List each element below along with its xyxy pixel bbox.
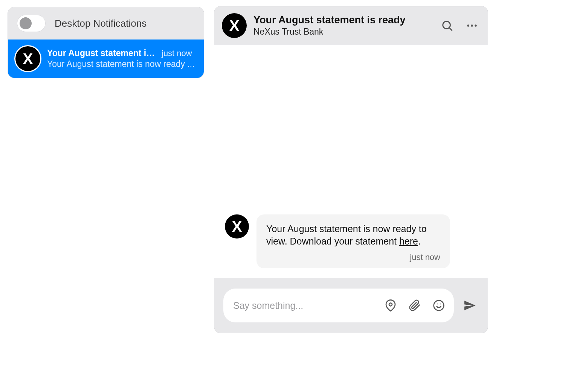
composer: [214, 278, 488, 333]
chat-header-text: Your August statement is ready NeXus Tru…: [253, 14, 432, 37]
conversation-preview: Your August statement is now ready ...: [47, 59, 196, 69]
more-horizontal-icon: [466, 19, 478, 32]
avatar-letter: X: [232, 219, 242, 234]
avatar-letter: X: [229, 18, 240, 33]
attach-button[interactable]: [406, 297, 423, 314]
message-text-suffix: .: [418, 236, 421, 246]
smile-icon: [433, 299, 445, 311]
message-time: just now: [266, 252, 440, 262]
conversations-panel: Desktop Notifications X Your August stat…: [8, 7, 204, 78]
svg-point-2: [467, 24, 469, 27]
svg-point-3: [471, 24, 473, 27]
location-pin-icon: [385, 299, 397, 311]
conversation-item[interactable]: X Your August statement is r... just now…: [8, 40, 204, 78]
chat-panel: X Your August statement is ready NeXus T…: [214, 6, 488, 333]
svg-point-0: [443, 21, 450, 29]
svg-point-4: [475, 24, 477, 27]
location-button[interactable]: [382, 297, 399, 314]
send-icon: [463, 299, 476, 312]
svg-point-5: [389, 303, 392, 306]
composer-icons: [382, 297, 447, 314]
message-input[interactable]: [233, 300, 377, 311]
search-button[interactable]: [439, 17, 455, 34]
chat-header-actions: [439, 17, 480, 34]
message-text: Your August statement is now ready to vi…: [266, 223, 440, 248]
conversation-title-row: Your August statement is r... just now: [47, 48, 196, 58]
avatar: X: [15, 46, 40, 71]
desktop-notifications-label: Desktop Notifications: [55, 18, 147, 29]
send-button[interactable]: [461, 296, 479, 315]
toggle-knob: [20, 17, 32, 29]
svg-point-6: [434, 301, 444, 311]
more-button[interactable]: [464, 17, 480, 34]
chat-subtitle: NeXus Trust Bank: [253, 27, 432, 37]
chat-title: Your August statement is ready: [253, 14, 432, 26]
avatar: X: [225, 214, 249, 239]
paperclip-icon: [409, 299, 421, 311]
desktop-notifications-toggle[interactable]: [17, 15, 46, 32]
conversation-text: Your August statement is r... just now Y…: [47, 48, 196, 69]
message-link[interactable]: here: [399, 236, 418, 246]
search-icon: [441, 19, 453, 32]
conversations-panel-header: Desktop Notifications: [8, 7, 204, 40]
avatar: X: [222, 13, 247, 38]
emoji-button[interactable]: [431, 297, 447, 314]
chat-header: X Your August statement is ready NeXus T…: [214, 6, 488, 45]
composer-input-wrap: [223, 289, 454, 322]
message-row: X Your August statement is now ready to …: [225, 214, 450, 269]
avatar-letter: X: [23, 51, 33, 66]
conversation-title: Your August statement is r...: [47, 48, 156, 58]
chat-body: X Your August statement is now ready to …: [214, 45, 488, 278]
svg-line-1: [450, 28, 452, 30]
message-bubble: Your August statement is now ready to vi…: [256, 214, 450, 269]
conversation-time: just now: [162, 49, 192, 58]
